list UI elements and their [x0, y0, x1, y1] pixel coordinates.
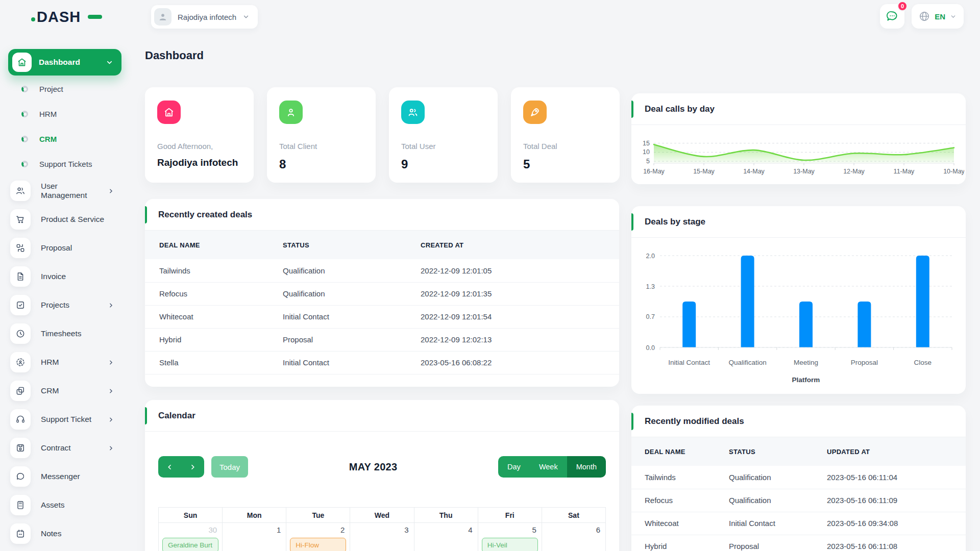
calendar-grid: Sun Mon Tue Wed Thu Fri Sat 30 Geraldine…	[158, 507, 606, 551]
sidebar-item-support-tickets[interactable]: Support Tickets	[0, 152, 135, 177]
calendar-event[interactable]: Hi-Flow	[290, 538, 346, 551]
headset-icon	[10, 409, 31, 430]
day-header: Wed	[350, 508, 414, 523]
deal-name-cell: Whitecoat	[145, 305, 268, 328]
calendar-cell[interactable]: 5 Hi-Veil	[478, 523, 542, 551]
calendar-event[interactable]: Hi-Veil	[482, 538, 538, 551]
chat-icon	[886, 10, 899, 23]
updated-at-cell: 2023-05-16 09:34:08	[814, 512, 966, 535]
sidebar-item-proposal[interactable]: Proposal	[0, 234, 135, 262]
created-at-cell: 2022-12-09 12:01:54	[406, 305, 619, 328]
users-icon	[10, 181, 31, 201]
deal-name-cell: Hybrid	[145, 328, 268, 351]
notification-badge: 0	[897, 1, 908, 11]
calendar-view-toggle: Day Week Month	[498, 456, 606, 478]
stat-cards: Good Afternoon, Rajodiya infotech Total …	[145, 87, 620, 183]
calendar-cell[interactable]: 1	[223, 523, 286, 551]
sidebar-item-product-service[interactable]: Product & Service	[0, 205, 135, 234]
logo-text: DASH	[37, 9, 81, 25]
view-month-button[interactable]: Month	[567, 456, 606, 478]
svg-text:15: 15	[643, 140, 650, 147]
recently-created-table: DEAL NAME STATUS CREATED AT Tailwinds Qu…	[145, 231, 619, 374]
status-cell: Initial Contact	[268, 351, 406, 374]
deal-name-cell: Hybrid	[631, 535, 716, 551]
language-selector[interactable]: EN	[912, 4, 964, 29]
calendar-cell[interactable]: 3	[350, 523, 414, 551]
svg-text:Proposal: Proposal	[851, 359, 878, 366]
app-logo[interactable]: DASH	[31, 7, 107, 29]
deal-name-cell: Whitecoat	[631, 512, 716, 535]
deals-by-stage-bar-chart: 0.00.71.32.0Initial ContactQualification…	[638, 238, 964, 391]
created-at-cell: 2022-12-09 12:01:05	[406, 259, 619, 282]
day-header: Tue	[286, 508, 350, 523]
sidebar-item-crm[interactable]: CRM	[0, 127, 135, 152]
view-week-button[interactable]: Week	[530, 456, 567, 478]
sidebar-item-projects[interactable]: Projects	[0, 291, 135, 319]
calendar-cell[interactable]: 2 Hi-Flow	[286, 523, 350, 551]
sidebar-item-hrm[interactable]: HRM	[0, 102, 135, 127]
table-row: Hybrid Proposal 2023-05-16 06:11:08	[631, 535, 966, 551]
rocket-icon	[523, 101, 547, 124]
globe-icon	[919, 11, 930, 22]
calendar-cell[interactable]: 4	[414, 523, 478, 551]
status-cell: Proposal	[268, 328, 406, 351]
sidebar-item-contract[interactable]: Contract	[0, 434, 135, 462]
clock-icon	[10, 323, 31, 344]
stat-value: 9	[401, 157, 485, 171]
sidebar-item-project[interactable]: Project	[0, 77, 135, 102]
calendar-cell[interactable]: 6	[542, 523, 605, 551]
svg-text:10: 10	[643, 148, 650, 156]
sidebar-item-timesheets[interactable]: Timesheets	[0, 319, 135, 348]
sidebar-item-label: Product & Service	[41, 215, 104, 224]
company-avatar	[154, 8, 172, 26]
sidebar-item-dashboard[interactable]: Dashboard	[8, 49, 121, 76]
svg-text:14-May: 14-May	[743, 168, 765, 175]
calendar-event[interactable]: Geraldine Burt	[162, 538, 218, 551]
stat-label: Total Deal	[523, 142, 607, 151]
panel-title: Deals by stage	[631, 206, 966, 238]
day-header: Fri	[478, 508, 542, 523]
workspace-selector[interactable]: Rajodiya infotech	[151, 5, 258, 29]
svg-text:10-May: 10-May	[943, 168, 964, 175]
calendar-panel: Calendar Today MAY 2023 Day Week Month S…	[145, 400, 619, 551]
svg-text:Close: Close	[914, 359, 932, 366]
table-row: Stella Initial Contact 2023-05-16 06:08:…	[145, 351, 619, 374]
column-header: STATUS	[268, 231, 406, 259]
chevron-right-icon	[108, 188, 114, 194]
sidebar-item-hrm-group[interactable]: HRM	[0, 348, 135, 377]
sidebar-item-assets[interactable]: Assets	[0, 491, 135, 519]
calendar-nav	[158, 456, 204, 478]
chevron-right-icon	[189, 463, 197, 471]
total-client-card: Total Client 8	[267, 87, 376, 183]
chevron-right-icon	[108, 388, 114, 394]
svg-text:2.0: 2.0	[646, 253, 655, 260]
prev-month-button[interactable]	[158, 456, 181, 478]
sidebar-item-label: Assets	[41, 500, 65, 510]
calendar-cell[interactable]: 30 Geraldine Burt	[159, 523, 223, 551]
svg-text:Initial Contact: Initial Contact	[668, 359, 710, 366]
sidebar-item-crm-group[interactable]: CRM	[0, 377, 135, 405]
sidebar-item-messenger[interactable]: Messenger	[0, 462, 135, 491]
company-name: Rajodiya infotech	[178, 13, 236, 21]
panel-title: Recently modified deals	[631, 406, 966, 437]
sidebar-item-user-management[interactable]: User Management	[0, 177, 135, 205]
date-number: 2	[286, 523, 350, 536]
deal-calls-area-chart: 1510516-May15-May14-May13-May12-May11-Ma…	[638, 124, 964, 184]
next-month-button[interactable]	[181, 456, 204, 478]
sidebar-item-support-ticket-group[interactable]: Support Ticket	[0, 405, 135, 434]
today-button[interactable]: Today	[211, 456, 248, 478]
view-day-button[interactable]: Day	[498, 456, 530, 478]
svg-text:12-May: 12-May	[843, 168, 865, 175]
sidebar-item-invoice[interactable]: Invoice	[0, 262, 135, 291]
sidebar-item-label: Timesheets	[41, 329, 82, 338]
sidebar-item-notes[interactable]: Notes	[0, 519, 135, 548]
stat-label: Total Client	[279, 142, 363, 151]
recently-modified-table: DEAL NAME STATUS UPDATED AT Tailwinds Qu…	[631, 437, 966, 551]
day-header: Sat	[542, 508, 605, 523]
stat-value: Rajodiya infotech	[157, 157, 241, 168]
notes-icon	[10, 523, 31, 544]
created-at-cell: 2022-12-09 12:02:13	[406, 328, 619, 351]
chevron-down-icon	[950, 13, 957, 20]
messages-button[interactable]: 0	[880, 4, 904, 29]
chevron-right-icon	[108, 445, 114, 452]
